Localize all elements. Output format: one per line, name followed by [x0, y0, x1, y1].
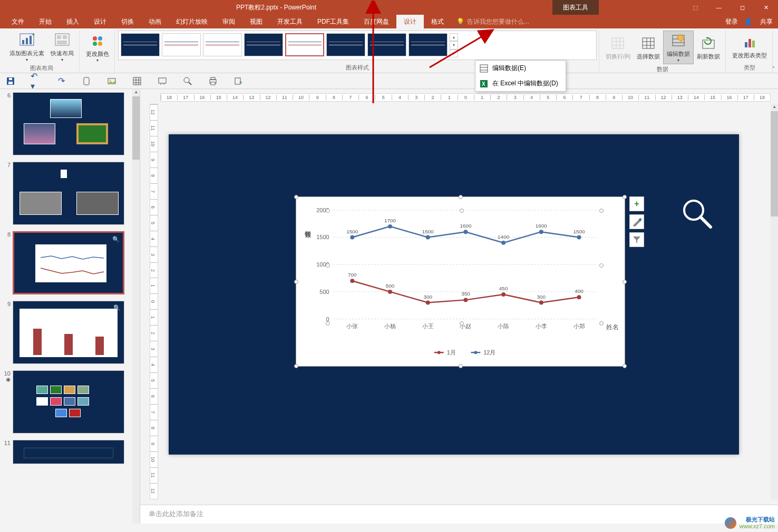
- tab-slideshow[interactable]: 幻灯片放映: [169, 15, 215, 28]
- plot-handle[interactable]: [599, 263, 604, 268]
- svg-rect-18: [643, 38, 654, 48]
- login-link[interactable]: 登录: [725, 17, 738, 26]
- close-button[interactable]: ✕: [754, 0, 778, 15]
- chart-style-5[interactable]: [285, 33, 324, 56]
- edit-data-dropdown: 编辑数据(E) X 在 Excel 中编辑数据(D): [475, 60, 566, 92]
- chart-style-gallery: ▴ ▾ ▾: [118, 31, 597, 60]
- svg-text:1700: 1700: [384, 218, 396, 223]
- tab-review[interactable]: 审阅: [215, 15, 242, 28]
- slide-canvas[interactable]: 0500100015002000小张小杨小王小赵小陈小李小郑7005003003…: [169, 134, 739, 455]
- tab-transition[interactable]: 切换: [114, 15, 141, 28]
- qat-redo[interactable]: ↷: [56, 76, 66, 86]
- tab-chart-design[interactable]: 设计: [396, 15, 424, 28]
- qat-picture[interactable]: [106, 76, 117, 86]
- qat-touch-mode[interactable]: [81, 76, 92, 86]
- plot-handle[interactable]: [326, 263, 330, 268]
- plot-handle[interactable]: [326, 321, 330, 326]
- ribbon-options-button[interactable]: ⬚: [683, 0, 707, 15]
- thumbnail-scrollbar[interactable]: ▴: [132, 89, 140, 524]
- add-chart-element-button[interactable]: + 添加图表元素▾: [6, 31, 47, 63]
- svg-text:500: 500: [386, 283, 395, 289]
- svg-point-10: [98, 36, 102, 41]
- qat-slideshow[interactable]: [157, 76, 168, 86]
- qat-quick-print[interactable]: [208, 76, 218, 86]
- resize-handle-nw[interactable]: [294, 195, 298, 199]
- refresh-data-button[interactable]: 刷新数据: [694, 31, 723, 64]
- svg-text:1500: 1500: [573, 229, 585, 234]
- plot-handle[interactable]: [599, 321, 604, 326]
- tell-me-search[interactable]: 💡 告诉我您想要做什么...: [451, 17, 719, 26]
- style-gallery-expand[interactable]: ▾: [450, 50, 458, 57]
- chart-elements-button[interactable]: +: [629, 196, 644, 211]
- chart-style-7[interactable]: [367, 33, 406, 56]
- slide-thumb-10[interactable]: 10✱: [3, 370, 134, 434]
- style-scroll-down[interactable]: ▾: [450, 41, 458, 49]
- switch-row-col-button[interactable]: 切换行/列: [602, 31, 634, 64]
- change-chart-type-icon: [741, 34, 758, 51]
- plot-handle[interactable]: [326, 209, 330, 213]
- tab-animation[interactable]: 动画: [141, 15, 169, 28]
- qat-undo[interactable]: ↶ ▾: [31, 76, 41, 86]
- svg-rect-7: [63, 35, 67, 39]
- qat-save[interactable]: [5, 76, 16, 86]
- tab-baidu[interactable]: 百度网盘: [356, 15, 396, 28]
- qat-zoom[interactable]: [182, 76, 193, 86]
- editor-vertical-scrollbar[interactable]: ▴: [771, 104, 778, 499]
- chart-styles-button[interactable]: [629, 214, 644, 229]
- tab-home[interactable]: 开始: [32, 15, 59, 28]
- qat-table[interactable]: [132, 76, 142, 86]
- resize-handle-se[interactable]: [623, 364, 627, 368]
- chart-style-1[interactable]: [121, 33, 160, 56]
- tab-chart-format[interactable]: 格式: [424, 15, 451, 28]
- edit-data-icon: [670, 32, 687, 49]
- chart-style-3[interactable]: [203, 33, 242, 56]
- change-color-button[interactable]: 更改颜色▾: [83, 31, 112, 64]
- collapse-ribbon-button[interactable]: ˄: [772, 66, 775, 72]
- slide-thumbnail-panel[interactable]: 6 7 8 🔍 9: [0, 89, 140, 524]
- plot-handle[interactable]: [599, 209, 604, 213]
- notes-pane[interactable]: 单击此处添加备注: [140, 505, 778, 524]
- resize-handle-e[interactable]: [623, 280, 627, 284]
- minimize-button[interactable]: —: [707, 0, 731, 15]
- maximize-button[interactable]: ◻: [731, 0, 754, 15]
- select-data-button[interactable]: 选择数据: [634, 31, 663, 64]
- slide-thumb-6[interactable]: 6: [3, 92, 134, 155]
- style-scroll-up[interactable]: ▴: [450, 33, 458, 41]
- slide-thumb-8[interactable]: 8 🔍: [3, 231, 134, 294]
- chart-style-2[interactable]: [162, 33, 201, 56]
- menu-edit-data[interactable]: 编辑数据(E): [475, 61, 566, 76]
- vertical-ruler: 1211109876543210123456789101112: [150, 104, 158, 499]
- tab-insert[interactable]: 插入: [59, 15, 86, 28]
- chart-style-4[interactable]: [244, 33, 283, 56]
- edit-data-button[interactable]: 编辑数据▾: [663, 31, 694, 64]
- tab-view[interactable]: 视图: [242, 15, 270, 28]
- svg-rect-52: [211, 77, 215, 80]
- horizontal-ruler: 1817161514131211109876543210123456789101…: [160, 93, 771, 102]
- slide-thumb-7[interactable]: 7: [3, 162, 134, 225]
- chart-object[interactable]: 0500100015002000小张小杨小王小赵小陈小李小郑7005003003…: [296, 196, 625, 367]
- plot-handle[interactable]: [460, 321, 464, 326]
- slide-thumb-9[interactable]: 9 🔍: [3, 301, 134, 364]
- main-area: 6 7 8 🔍 9: [0, 89, 778, 524]
- chart-style-8[interactable]: [409, 33, 448, 56]
- chart-filter-button[interactable]: [629, 232, 644, 247]
- tab-file[interactable]: 文件: [4, 15, 32, 28]
- resize-handle-ne[interactable]: [623, 195, 627, 199]
- plot-handle[interactable]: [460, 209, 464, 213]
- resize-handle-w[interactable]: [294, 280, 298, 284]
- share-button[interactable]: 👤 共享: [744, 17, 773, 26]
- tab-developer[interactable]: 开发工具: [270, 15, 310, 28]
- chart-style-6[interactable]: [326, 33, 365, 56]
- resize-handle-s[interactable]: [459, 364, 463, 368]
- resize-handle-n[interactable]: [459, 195, 463, 199]
- svg-point-79: [426, 301, 430, 305]
- quick-layout-button[interactable]: 快速布局▾: [47, 31, 77, 63]
- tab-pdf-tools[interactable]: PDF工具集: [310, 15, 356, 28]
- resize-handle-sw[interactable]: [294, 364, 298, 368]
- menu-edit-data-excel[interactable]: X 在 Excel 中编辑数据(D): [475, 76, 566, 91]
- style-gallery-scroll: ▴ ▾ ▾: [450, 33, 458, 57]
- slide-thumb-11[interactable]: 11: [3, 440, 134, 464]
- tab-design[interactable]: 设计: [86, 15, 114, 28]
- qat-new-slide[interactable]: +: [233, 76, 244, 86]
- change-chart-type-button[interactable]: 更改图表类型: [729, 31, 770, 63]
